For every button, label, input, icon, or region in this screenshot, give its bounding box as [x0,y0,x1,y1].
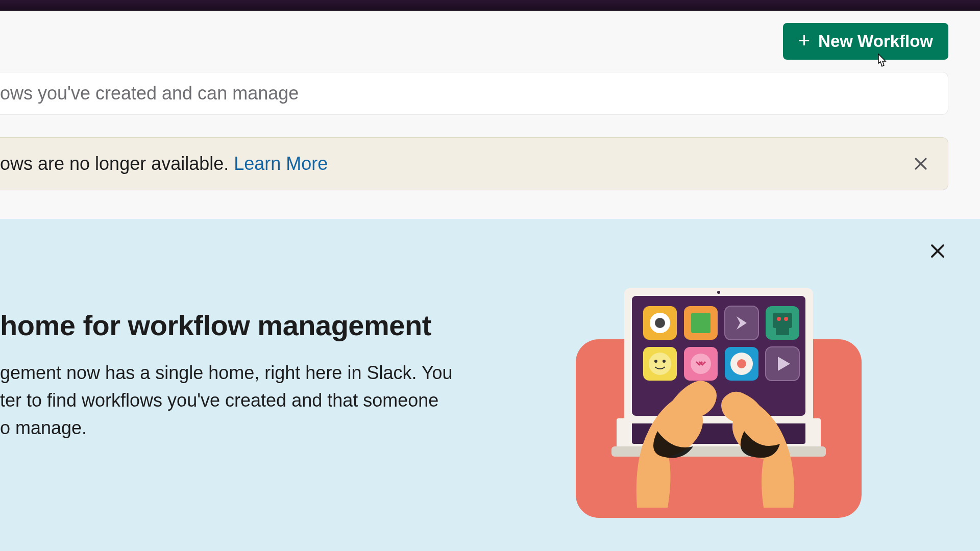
new-workflow-button[interactable]: + New Workflow [783,23,948,60]
plus-icon: + [798,35,810,45]
svg-rect-21 [776,328,789,335]
workflows-filter-description: ows you've created and can manage [0,72,948,115]
svg-point-10 [717,291,720,294]
notice-text: ows are no longer available. Learn More [0,153,328,174]
promo-body: gement now has a single home, right here… [0,359,525,442]
new-workflow-label: New Workflow [818,32,933,51]
window-titlebar [0,0,980,11]
learn-more-link[interactable]: Learn More [234,153,328,174]
svg-point-13 [655,318,665,328]
svg-rect-18 [773,313,792,328]
close-icon[interactable] [912,155,929,172]
page-header: + New Workflow [0,11,980,72]
svg-point-30 [737,359,746,368]
promo-title: home for workflow management [0,309,525,342]
svg-point-19 [777,317,781,321]
svg-point-20 [784,317,788,321]
filter-text: ows you've created and can manage [0,83,299,104]
svg-rect-15 [691,313,710,333]
svg-point-25 [663,360,666,363]
deprecation-notice-banner: ows are no longer available. Learn More [0,137,948,190]
close-icon[interactable] [928,241,947,261]
svg-point-24 [654,360,657,363]
svg-point-23 [649,353,671,375]
laptop-illustration [555,247,882,523]
workflow-home-promo-panel: home for workflow management gement now … [0,219,980,551]
notice-msg-fragment: ows are no longer available. [0,153,234,174]
promo-copy: home for workflow management gement now … [0,247,525,442]
